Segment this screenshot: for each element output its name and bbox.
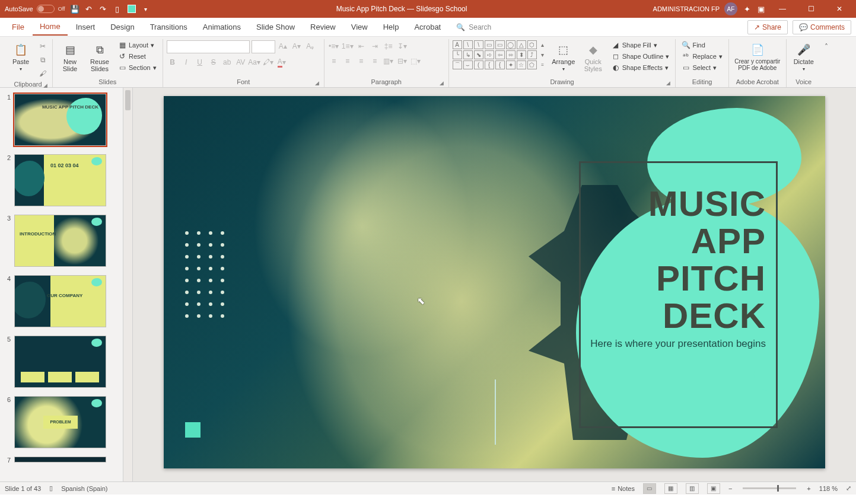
comments-button[interactable]: 💬Comments xyxy=(793,20,851,34)
qat-more-icon[interactable]: ▾ xyxy=(141,4,151,14)
shapes-gallery[interactable]: A\\▭▭◯△⬡▴ ╰↳⬊➪⇦⬄⬍⤴▾ ⌒⌣({{✦☆⬠≡ xyxy=(453,40,548,69)
select-button[interactable]: ▭Select ▾ xyxy=(679,63,724,72)
slide-thumbnail-4[interactable]: OUR COMPANY xyxy=(14,275,106,327)
font-color-button[interactable]: A▾ xyxy=(276,56,288,68)
clear-formatting-icon[interactable]: Aᵩ xyxy=(304,40,316,52)
canvas-scrollbar[interactable] xyxy=(847,89,855,480)
reset-button[interactable]: ↺Reset xyxy=(116,52,159,61)
shape-outline-button[interactable]: ◻Shape Outline ▾ xyxy=(609,52,672,61)
tab-review[interactable]: Review xyxy=(303,19,343,35)
dialog-launcher-icon[interactable]: ◢ xyxy=(440,80,444,86)
theme-color-swatch[interactable] xyxy=(127,4,136,14)
collapse-ribbon-button[interactable]: ˄ xyxy=(821,39,832,90)
ribbon-display-icon[interactable]: ▣ xyxy=(756,4,766,14)
bold-button[interactable]: B xyxy=(167,56,179,68)
tab-acrobat[interactable]: Acrobat xyxy=(407,19,448,35)
tab-file[interactable]: File xyxy=(5,19,31,35)
maximize-button[interactable]: ☐ xyxy=(799,0,823,18)
normal-view-button[interactable]: ▭ xyxy=(643,483,656,494)
notes-button[interactable]: ≡Notes xyxy=(612,485,635,492)
tab-help[interactable]: Help xyxy=(376,19,406,35)
redo-icon[interactable]: ↷ xyxy=(98,4,108,14)
decrease-font-icon[interactable]: A▾ xyxy=(291,40,303,52)
undo-icon[interactable]: ↶ xyxy=(84,4,94,14)
slide-thumbnail-3[interactable]: INTRODUCTION xyxy=(14,215,106,267)
user-avatar[interactable]: AF xyxy=(724,2,737,15)
cut-icon[interactable]: ✂ xyxy=(37,40,49,52)
tab-insert[interactable]: Insert xyxy=(69,19,103,35)
decrease-indent-icon[interactable]: ⇤ xyxy=(355,40,367,52)
tab-view[interactable]: View xyxy=(344,19,375,35)
copy-icon[interactable]: ⧉ xyxy=(37,54,49,66)
autosave-toggle[interactable]: AutoSave Off xyxy=(5,5,65,13)
arrange-button[interactable]: ⬚Arrange▾ xyxy=(550,40,577,74)
slide-canvas-area[interactable]: MUSIC APP PITCH DECK Here is where your … xyxy=(133,88,856,481)
tab-slideshow[interactable]: Slide Show xyxy=(249,19,302,35)
zoom-in-button[interactable]: + xyxy=(807,485,810,492)
slide-subtitle[interactable]: Here is where your presentation begins xyxy=(576,338,766,350)
account-name[interactable]: ADMINISTRACION FP xyxy=(653,5,720,12)
zoom-level[interactable]: 118 % xyxy=(819,485,838,492)
align-center-button[interactable]: ≡ xyxy=(342,55,354,67)
font-family-combo[interactable] xyxy=(167,40,250,53)
align-right-button[interactable]: ≡ xyxy=(355,55,367,67)
italic-button[interactable]: I xyxy=(180,56,192,68)
smartart-button[interactable]: ⬚▾ xyxy=(410,55,422,67)
dialog-launcher-icon[interactable]: ◢ xyxy=(666,80,670,86)
slide-1[interactable]: MUSIC APP PITCH DECK Here is where your … xyxy=(164,96,825,468)
shape-textbox-icon[interactable]: A xyxy=(453,40,462,49)
highlight-color-button[interactable]: 🖍▾ xyxy=(262,56,274,68)
language-status[interactable]: Spanish (Spain) xyxy=(61,485,107,492)
strikethrough-button[interactable]: S xyxy=(208,56,219,68)
dialog-launcher-icon[interactable]: ◢ xyxy=(43,82,47,88)
columns-button[interactable]: ▥▾ xyxy=(383,55,394,67)
start-from-beginning-icon[interactable]: ▯ xyxy=(113,4,122,14)
fit-to-window-button[interactable]: ⤢ xyxy=(846,484,851,492)
slide-title[interactable]: MUSIC APP PITCH DECK xyxy=(588,185,766,334)
layout-button[interactable]: ▦Layout ▾ xyxy=(116,40,159,50)
slide-thumbnail-panel[interactable]: 1 MUSIC APP PITCH DECK 2 01 02 03 04 3 I… xyxy=(0,88,123,481)
text-shadow-button[interactable]: ab xyxy=(221,56,233,68)
reading-view-button[interactable]: ▥ xyxy=(686,483,699,494)
reuse-slides-button[interactable]: ⧉ Reuse Slides xyxy=(86,40,113,75)
dictate-button[interactable]: 🎤 Dictate ▾ xyxy=(790,40,817,74)
shape-effects-button[interactable]: ◐Shape Effects ▾ xyxy=(609,63,672,72)
quick-styles-button[interactable]: ◆Quick Styles xyxy=(580,40,607,75)
tab-home[interactable]: Home xyxy=(33,18,68,36)
slide-thumbnail-7[interactable] xyxy=(14,457,106,462)
share-button[interactable]: ↗Share xyxy=(747,20,788,34)
character-spacing-button[interactable]: AV xyxy=(235,56,247,68)
dialog-launcher-icon[interactable]: ◢ xyxy=(315,80,319,86)
section-button[interactable]: ▭Section ▾ xyxy=(116,63,159,72)
increase-font-icon[interactable]: A▴ xyxy=(277,40,289,52)
save-icon[interactable]: 💾 xyxy=(70,4,79,14)
font-size-combo[interactable] xyxy=(252,40,275,53)
slide-thumbnail-2[interactable]: 01 02 03 04 xyxy=(14,154,106,206)
replace-button[interactable]: ᵃᵇReplace ▾ xyxy=(679,52,724,61)
slide-sorter-view-button[interactable]: ▦ xyxy=(664,483,677,494)
thumbnail-scrollbar[interactable] xyxy=(123,88,133,481)
slide-thumbnail-5[interactable] xyxy=(14,336,106,388)
paste-button[interactable]: 📋 Paste ▾ xyxy=(7,40,34,74)
slide-position[interactable]: Slide 1 of 43 xyxy=(5,485,41,492)
numbering-button[interactable]: 1≡▾ xyxy=(342,40,354,52)
zoom-slider[interactable] xyxy=(743,487,796,489)
accessibility-icon[interactable]: ▯ xyxy=(49,484,53,492)
minimize-button[interactable]: — xyxy=(771,0,794,18)
shape-fill-button[interactable]: ◢Shape Fill ▾ xyxy=(609,40,672,50)
underline-button[interactable]: U xyxy=(194,56,206,68)
tell-me-search[interactable]: 🔍 Search xyxy=(449,23,491,31)
tab-design[interactable]: Design xyxy=(103,19,141,35)
tab-animations[interactable]: Animations xyxy=(196,19,248,35)
bullets-button[interactable]: •≡▾ xyxy=(328,40,340,52)
tab-transitions[interactable]: Transitions xyxy=(143,19,195,35)
zoom-out-button[interactable]: − xyxy=(728,485,732,492)
text-direction-button[interactable]: ↧▾ xyxy=(396,40,408,52)
justify-button[interactable]: ≡ xyxy=(369,55,381,67)
change-case-button[interactable]: Aa▾ xyxy=(249,56,260,68)
find-button[interactable]: 🔍Find xyxy=(679,40,724,50)
adobe-pdf-button[interactable]: 📄 Crear y compartir PDF de Adobe xyxy=(733,40,782,74)
align-left-button[interactable]: ≡ xyxy=(328,55,340,67)
align-text-button[interactable]: ⊟▾ xyxy=(396,55,408,67)
line-spacing-button[interactable]: ‡≡ xyxy=(383,40,394,52)
